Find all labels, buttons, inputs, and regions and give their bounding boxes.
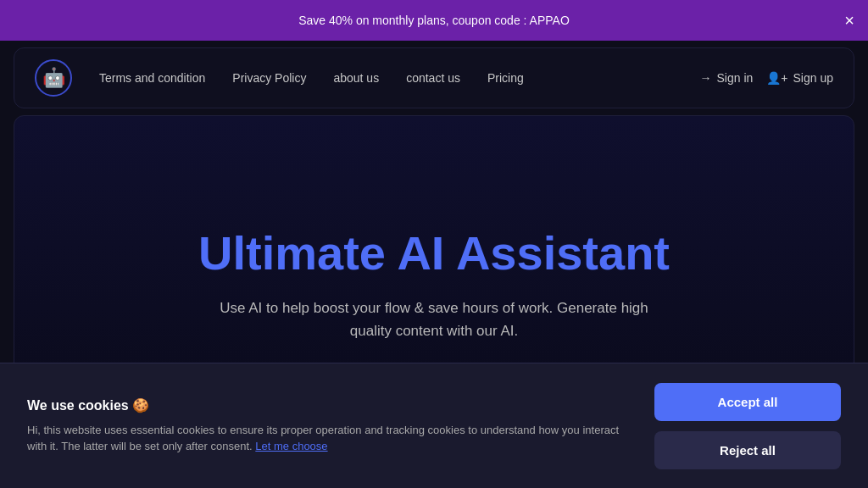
cookie-choose-link[interactable]: Let me choose	[255, 440, 327, 452]
cookie-banner: We use cookies 🍪 Hi, this website uses e…	[0, 363, 868, 488]
signup-icon: 👤+	[766, 71, 787, 85]
nav-about[interactable]: about us	[333, 71, 379, 85]
reject-all-button[interactable]: Reject all	[654, 431, 841, 469]
signin-label: Sign in	[717, 71, 754, 85]
accept-all-button[interactable]: Accept all	[654, 383, 841, 421]
cookie-title: We use cookies 🍪	[27, 397, 627, 413]
nav-contact[interactable]: contact us	[406, 71, 460, 85]
promo-banner: Save 40% on monthly plans, coupon code :…	[0, 0, 868, 41]
banner-text: Save 40% on monthly plans, coupon code :…	[298, 14, 570, 27]
signin-button[interactable]: → Sign in	[700, 71, 754, 85]
nav-actions: → Sign in 👤+ Sign up	[700, 71, 833, 85]
navbar: 🤖 Terms and condition Privacy Policy abo…	[14, 47, 854, 108]
hero-subtitle: Use AI to help boost your flow & save ho…	[214, 297, 654, 342]
nav-privacy[interactable]: Privacy Policy	[232, 71, 306, 85]
nav-terms[interactable]: Terms and condition	[99, 71, 205, 85]
cookie-description: Hi, this website uses essential cookies …	[27, 422, 627, 455]
hero-title: Ultimate AI Assistant	[198, 227, 670, 280]
nav-links: Terms and condition Privacy Policy about…	[99, 71, 700, 85]
banner-close-button[interactable]: ×	[844, 12, 854, 29]
signup-label: Sign up	[793, 71, 833, 85]
logo[interactable]: 🤖	[35, 59, 72, 97]
cookie-actions: Accept all Reject all	[654, 383, 841, 469]
signup-button[interactable]: 👤+ Sign up	[766, 71, 833, 85]
cookie-text-section: We use cookies 🍪 Hi, this website uses e…	[27, 397, 627, 455]
nav-pricing[interactable]: Pricing	[487, 71, 524, 85]
signin-icon: →	[700, 71, 712, 85]
logo-icon: 🤖	[42, 67, 65, 89]
